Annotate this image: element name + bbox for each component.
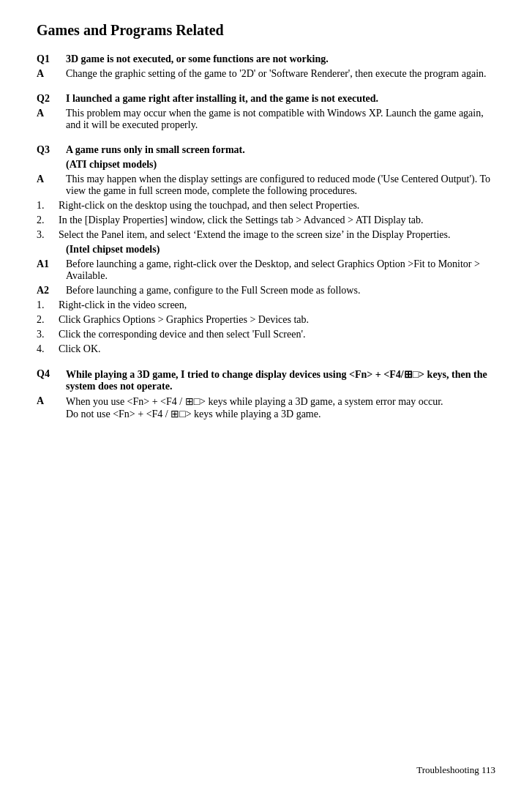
- q4-block: Q4 While playing a 3D game, I tried to c…: [37, 368, 495, 420]
- q2-answer: This problem may occur when the game is …: [66, 108, 495, 131]
- q1-question: 3D game is not executed, or some functio…: [66, 53, 495, 65]
- q1-answer: Change the graphic setting of the game t…: [66, 68, 495, 80]
- page-title: Games and Programs Related: [37, 22, 495, 39]
- step-content-2: In the [Display Properties] window, clic…: [59, 215, 495, 226]
- step-num-1: 1.: [37, 200, 59, 212]
- intel-step-num-2: 2.: [37, 314, 59, 326]
- q3-answer-label: A: [37, 174, 66, 197]
- q1-label: Q1: [37, 53, 66, 65]
- a2-text: Before launching a game, configure to th…: [66, 285, 495, 297]
- intel-step-4: 4. Click OK.: [37, 343, 495, 355]
- intel-label: (Intel chipset models): [66, 244, 495, 256]
- q4-label: Q4: [37, 368, 66, 392]
- intel-step-content-4: Click OK.: [59, 343, 495, 355]
- q4-question: While playing a 3D game, I tried to chan…: [66, 368, 495, 392]
- ati-label: (ATI chipset models): [66, 159, 495, 171]
- a1-text: Before launching a game, right-click ove…: [66, 258, 495, 282]
- q4-answer: When you use <Fn> + <F4 / ⊞□> keys while…: [66, 395, 495, 420]
- intel-step-content-1: Right-click in the video screen,: [59, 299, 495, 311]
- a1-label: A1: [37, 258, 66, 282]
- q1-answer-label: A: [37, 68, 66, 80]
- q4-answer-label: A: [37, 395, 66, 420]
- intel-step-2: 2. Click Graphics Options > Graphics Pro…: [37, 314, 495, 326]
- intel-step-3: 3. Click the corresponding device and th…: [37, 329, 495, 340]
- ati-step-2: 2. In the [Display Properties] window, c…: [37, 215, 495, 226]
- q4-answer-line1: When you use <Fn> + <F4 / ⊞□> keys while…: [66, 396, 443, 407]
- intel-step-content-3: Click the corresponding device and then …: [59, 329, 495, 340]
- step-content-1: Right-click on the desktop using the tou…: [59, 200, 495, 212]
- ati-step-1: 1. Right-click on the desktop using the …: [37, 200, 495, 212]
- a2-label: A2: [37, 285, 66, 297]
- step-num-2: 2.: [37, 215, 59, 226]
- ati-step-3: 3. Select the Panel item, and select ‘Ex…: [37, 229, 495, 241]
- q3-question: A game runs only in small screen format.: [66, 144, 495, 156]
- page-footer: Troubleshooting 113: [416, 764, 495, 776]
- q3-block: Q3 A game runs only in small screen form…: [37, 144, 495, 355]
- intel-step-num-4: 4.: [37, 343, 59, 355]
- q2-block: Q2 I launched a game right after install…: [37, 93, 495, 131]
- intel-step-num-3: 3.: [37, 329, 59, 340]
- step-num-3: 3.: [37, 229, 59, 241]
- intel-step-num-1: 1.: [37, 299, 59, 311]
- q2-answer-label: A: [37, 108, 66, 131]
- q4-answer-line2: Do not use <Fn> + <F4 / ⊞□> keys while p…: [66, 409, 321, 419]
- intel-step-1: 1. Right-click in the video screen,: [37, 299, 495, 311]
- q3-label: Q3: [37, 144, 66, 156]
- q1-block: Q1 3D game is not executed, or some func…: [37, 53, 495, 80]
- q3-answer: This may happen when the display setting…: [66, 174, 495, 197]
- q2-question: I launched a game right after installing…: [66, 93, 495, 105]
- step-content-3: Select the Panel item, and select ‘Exten…: [59, 229, 495, 241]
- q2-label: Q2: [37, 93, 66, 105]
- intel-step-content-2: Click Graphics Options > Graphics Proper…: [59, 314, 495, 326]
